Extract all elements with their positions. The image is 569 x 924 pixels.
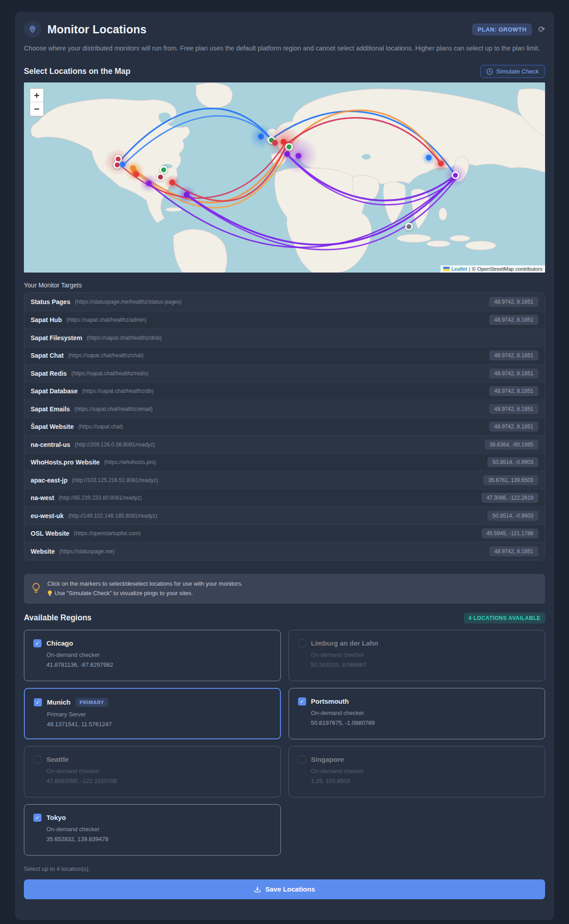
ukraine-flag-icon xyxy=(443,267,450,271)
target-coords-badge: 45.5945, -121.1786 xyxy=(482,528,538,538)
map-marker[interactable] xyxy=(405,223,413,231)
target-row: na-west (http://85.239.233.60:8081/ready… xyxy=(24,489,545,507)
region-card[interactable]: ✓ Portsmouth On-demand checker 50.819767… xyxy=(289,688,546,739)
target-url: (https://statuspage.me) xyxy=(59,548,115,555)
target-url: (https://sapat.chat/healthz/email) xyxy=(74,406,152,412)
play-circle-icon xyxy=(486,68,493,75)
regions-heading: Available Regions xyxy=(24,613,92,623)
region-card[interactable]: Singapore On-demand checker 1.29, 103.85… xyxy=(289,746,546,797)
target-coords-badge: 50.8514, -0.9903 xyxy=(487,457,538,467)
map-marker[interactable] xyxy=(426,155,432,161)
target-name: na-west xyxy=(31,494,54,501)
plan-badge: PLAN: GROWTH xyxy=(472,23,532,36)
map-marker[interactable] xyxy=(285,143,293,151)
target-url: (https://sapat.chat/healthz/disk) xyxy=(87,335,161,341)
region-role: On-demand checker xyxy=(311,651,536,658)
region-cards-grid: ✓ Chicago On-demand checker 41.8781136, … xyxy=(24,630,545,856)
region-card[interactable]: ✓ Munich PRIMARY Primary Server 48.13715… xyxy=(24,688,281,739)
target-coords-badge: 48.9742, 8.1851 xyxy=(489,386,538,396)
target-url: (https://whohosts.pro) xyxy=(104,459,156,465)
map-attribution: Leaflet | © OpenStreetMap contributors xyxy=(441,265,545,273)
target-coords-badge: 35.6761, 139.6503 xyxy=(483,475,538,485)
target-row: Sapat Chat (https://sapat.chat/healthz/c… xyxy=(24,346,545,364)
target-name: eu-west-uk xyxy=(31,512,64,519)
region-name: Chicago xyxy=(46,639,73,647)
region-name: Portsmouth xyxy=(311,697,349,705)
region-card[interactable]: Limburg an der Lahn On-demand checker 50… xyxy=(289,630,546,681)
region-name: Munich xyxy=(47,698,71,706)
target-coords-badge: 48.9742, 8.1851 xyxy=(489,315,538,325)
map-marker[interactable] xyxy=(272,140,278,146)
map-marker[interactable] xyxy=(438,161,444,167)
map-marker[interactable] xyxy=(146,181,152,187)
region-checkbox[interactable]: ✓ xyxy=(34,698,42,706)
page-header: Monitor Locations PLAN: GROWTH ⟳ xyxy=(24,21,545,38)
target-name: WhoHosts.pro Website xyxy=(31,459,100,466)
target-name: Status Pages xyxy=(31,298,70,305)
world-map[interactable]: + − Leaflet | © OpenStreetMap contributo… xyxy=(24,82,545,273)
region-name: Limburg an der Lahn xyxy=(311,639,378,647)
map-marker[interactable] xyxy=(157,173,165,181)
region-card[interactable]: ✓ Chicago On-demand checker 41.8781136, … xyxy=(24,630,281,681)
region-coords: 50.383333, 8.066667 xyxy=(311,661,536,668)
map-marker[interactable] xyxy=(296,153,302,159)
map-marker[interactable] xyxy=(284,151,290,157)
map-marker[interactable] xyxy=(160,166,168,174)
target-url: (https://sapat.chat/healthz/redis) xyxy=(71,370,148,377)
locations-available-badge: 4 LOCATIONS AVAILABLE xyxy=(464,613,545,624)
target-name: Sapat Chat xyxy=(31,352,64,359)
target-name: apac-east-jp xyxy=(31,477,68,484)
target-url: (http://149.102.146.185:8081/readyz) xyxy=(68,513,157,519)
simulate-check-button[interactable]: Simulate Check xyxy=(480,65,545,78)
target-row: Website (https://statuspage.me) 48.9742,… xyxy=(24,542,545,560)
monitor-targets-list: Status Pages (https://statuspage.me/heal… xyxy=(24,292,545,560)
region-card[interactable]: ✓ Tokyo On-demand checker 35.652832, 139… xyxy=(24,804,281,856)
target-coords-badge: 38.6364, -90.1985 xyxy=(485,440,538,450)
target-row: OSL Website (https://openstartuplist.com… xyxy=(24,524,545,542)
region-checkbox[interactable] xyxy=(33,756,41,764)
zoom-out-button[interactable]: − xyxy=(30,102,43,116)
target-name: OSL Website xyxy=(31,530,69,537)
target-name: na-central-us xyxy=(31,441,70,448)
target-name: Sapat Database xyxy=(31,387,78,395)
region-checkbox[interactable]: ✓ xyxy=(33,814,41,822)
region-checkbox[interactable]: ✓ xyxy=(33,639,41,647)
region-card[interactable]: Seattle On-demand checker 47.6062095, -1… xyxy=(24,746,281,797)
map-marker[interactable] xyxy=(133,172,139,178)
tip-line1: Click on the markers to select/deselect … xyxy=(47,579,243,589)
target-url: (https://sapat.chat/healthz/chat) xyxy=(68,352,143,359)
target-row: Sapat Database (https://sapat.chat/healt… xyxy=(24,382,545,400)
region-checkbox[interactable]: ✓ xyxy=(298,697,306,706)
region-role: Primary Server xyxy=(47,711,271,718)
target-row: Status Pages (https://statuspage.me/heal… xyxy=(24,293,545,311)
primary-badge: PRIMARY xyxy=(76,698,109,707)
region-coords: 47.6062095, -122.3320708 xyxy=(46,778,271,784)
map-marker[interactable] xyxy=(170,180,175,186)
map-marker[interactable] xyxy=(184,192,190,198)
target-name: Sapat Hub xyxy=(31,316,62,323)
region-checkbox[interactable] xyxy=(298,639,306,647)
target-coords-badge: 48.9742, 8.1851 xyxy=(489,350,538,360)
target-url: (https://openstartuplist.com) xyxy=(74,530,141,537)
refresh-icon[interactable]: ⟳ xyxy=(538,24,545,34)
map-marker[interactable] xyxy=(452,172,459,179)
target-coords-badge: 50.8514, -0.9903 xyxy=(487,511,538,521)
region-checkbox[interactable] xyxy=(298,756,306,764)
target-row: eu-west-uk (http://149.102.146.185:8081/… xyxy=(24,506,545,524)
map-section-title: Select Locations on the Map xyxy=(24,67,130,76)
target-row: Sapat Emails (https://sapat.chat/healthz… xyxy=(24,400,545,418)
region-coords: 50.8197675, -1.0880769 xyxy=(311,719,536,726)
map-marker[interactable] xyxy=(120,162,126,168)
leaflet-link[interactable]: Leaflet xyxy=(451,266,467,272)
target-coords-badge: 48.9742, 8.1851 xyxy=(489,546,538,556)
region-role: On-demand checker xyxy=(46,826,271,833)
target-row: Sapat Hub (https://sapat.chat/healthz/ad… xyxy=(24,311,545,329)
tip-line2: Use "Simulate Check" to visualize pings … xyxy=(55,589,193,598)
region-role: On-demand checker xyxy=(46,651,271,658)
map-marker[interactable] xyxy=(258,134,264,140)
region-coords: 41.8781136, -87.6297982 xyxy=(46,661,271,668)
target-url: (https://sapat.chat) xyxy=(78,423,123,430)
target-row: WhoHosts.pro Website (https://whohosts.p… xyxy=(24,453,545,471)
zoom-in-button[interactable]: + xyxy=(30,89,43,102)
save-locations-button[interactable]: Save Locations xyxy=(24,879,545,899)
